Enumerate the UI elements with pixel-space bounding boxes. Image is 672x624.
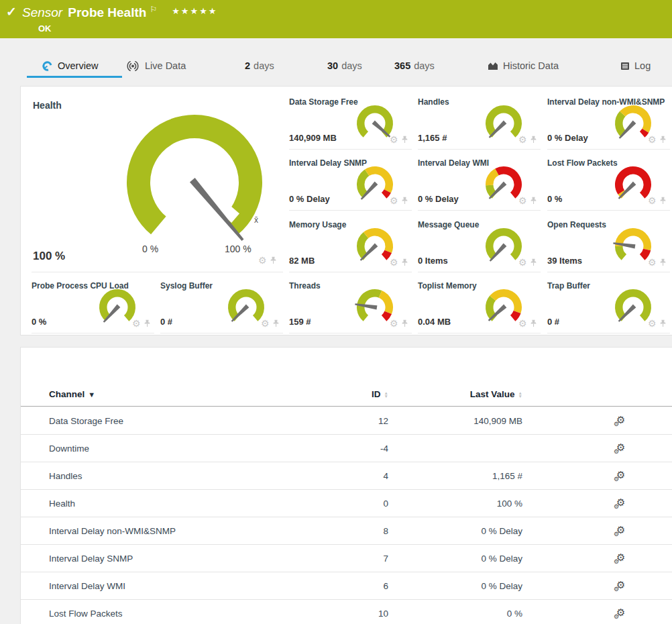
channels-table-panel: Channel▼ ID▲▼ Last Value▲▼ Data Storage … (20, 347, 672, 624)
channel-settings-icon[interactable]: ⚙⚙ (616, 497, 628, 509)
gauge-value: 140,909 MB (289, 133, 337, 143)
sensor-header: ✓ Sensor Probe Health ⚐ ★★★★★ OK (0, 0, 672, 38)
channel-id: 7 (281, 554, 388, 564)
gauge-value: 0 % Delay (547, 133, 588, 143)
pin-icon[interactable] (530, 319, 537, 328)
gauge-title: Threads (289, 281, 321, 291)
pin-icon[interactable] (401, 258, 408, 267)
channel-name[interactable]: Interval Delay non-WMI&SNMP (21, 526, 281, 536)
channel-name[interactable]: Handles (21, 471, 281, 481)
gauge-value: 0 % (32, 317, 46, 327)
table-row: Handles41,165 #⚙⚙ (21, 462, 672, 490)
tab-30-days[interactable]: 30days (327, 52, 362, 79)
object-kind: Sensor (22, 5, 62, 20)
gauge-cell: Interval Delay WMI0 % Delay⚙ (418, 156, 541, 211)
channel-name[interactable]: Health (21, 499, 281, 509)
column-header-id[interactable]: ID▲▼ (281, 389, 388, 399)
gauge-value: 82 MB (289, 256, 315, 266)
channel-name[interactable]: Data Storage Free (21, 416, 281, 426)
gear-icon[interactable]: ⚙ (518, 319, 527, 328)
tab-label: Overview (58, 60, 98, 71)
gauge-value: 0 % Delay (289, 194, 330, 204)
channel-settings-icon[interactable]: ⚙⚙ (616, 442, 628, 454)
page-title: Probe Health (68, 5, 146, 20)
gear-icon[interactable]: ⚙ (648, 319, 657, 328)
table-row: Lost Flow Packets100 %⚙⚙ (21, 600, 672, 624)
gauge-value: 0.04 MB (418, 317, 451, 327)
channel-id: 12 (281, 416, 388, 426)
channel-id: 8 (281, 526, 388, 536)
channel-settings-icon[interactable]: ⚙⚙ (616, 607, 628, 619)
channel-name[interactable]: Interval Delay SNMP (21, 554, 281, 564)
gear-icon[interactable]: ⚙ (390, 319, 398, 328)
pin-icon[interactable] (659, 136, 667, 144)
tab-2-days[interactable]: 2days (245, 52, 274, 79)
gauge-title: Health (33, 100, 62, 111)
pin-icon[interactable] (401, 319, 408, 328)
gauge-title: Handles (418, 97, 449, 107)
pin-icon[interactable] (530, 258, 537, 267)
gauge-cell: Data Storage Free140,909 MB⚙ (289, 95, 412, 150)
pin-icon[interactable] (659, 319, 667, 328)
gear-icon[interactable]: ⚙ (390, 258, 398, 267)
gear-icon[interactable]: ⚙ (390, 135, 398, 144)
gear-icon[interactable]: ⚙ (518, 258, 527, 267)
gear-icon[interactable]: ⚙ (258, 256, 267, 265)
priority-stars[interactable]: ★★★★★ (172, 6, 217, 16)
channel-settings-icon[interactable]: ⚙⚙ (616, 580, 628, 592)
column-header-last-value[interactable]: Last Value▲▼ (388, 389, 522, 399)
gauge-cell: Interval Delay SNMP0 % Delay⚙ (289, 156, 412, 211)
channel-last-value: 140,909 MB (388, 416, 522, 426)
tab-overview[interactable]: Overview (42, 52, 98, 79)
gauge-cell: Probe Process CPU Load0 %⚙ (32, 278, 154, 333)
pin-icon[interactable] (659, 197, 667, 205)
pin-icon[interactable] (401, 136, 408, 144)
channel-settings-icon[interactable]: ⚙⚙ (616, 552, 628, 564)
pin-icon[interactable] (270, 256, 277, 265)
gear-icon[interactable]: ⚙ (648, 135, 657, 144)
channel-name[interactable]: Downtime (21, 444, 281, 454)
pin-icon[interactable] (530, 136, 537, 144)
pin-icon[interactable] (144, 319, 151, 328)
gauge-cell-health: Health 0 % 100 % x̄ 100 % ⚙ (32, 95, 283, 272)
sort-icon: ▲▼ (518, 391, 522, 398)
pin-icon[interactable] (659, 258, 667, 267)
log-icon (620, 62, 630, 70)
tab-label: days (414, 60, 435, 71)
gear-icon[interactable]: ⚙ (518, 196, 527, 205)
column-header-channel[interactable]: Channel▼ (21, 389, 281, 399)
channel-settings-icon[interactable]: ⚙⚙ (616, 525, 628, 537)
channel-last-value: 0 % Delay (388, 554, 522, 564)
gauge-cell: Memory Usage82 MB⚙ (289, 217, 412, 272)
gauge-min-label: 0 % (142, 244, 158, 254)
table-row: Interval Delay SNMP70 % Delay⚙⚙ (21, 545, 672, 572)
tab-label: days (254, 60, 274, 71)
gear-icon[interactable]: ⚙ (132, 319, 141, 328)
status-check-icon: ✓ (6, 4, 17, 19)
gauge-value: 159 # (289, 317, 311, 327)
channel-name[interactable]: Interval Delay WMI (21, 581, 281, 591)
gear-icon[interactable]: ⚙ (648, 258, 657, 267)
channel-last-value: 1,165 # (388, 471, 522, 481)
pin-icon[interactable] (401, 197, 408, 205)
gear-icon[interactable]: ⚙ (648, 196, 657, 205)
pin-icon[interactable] (272, 319, 280, 328)
gauge-value: 0 Items (418, 256, 448, 266)
average-marker: x̄ (254, 215, 258, 225)
channel-settings-icon[interactable]: ⚙⚙ (616, 415, 628, 427)
channel-last-value: 0 % (388, 609, 522, 619)
gear-icon[interactable]: ⚙ (518, 135, 527, 144)
historic-icon (488, 61, 498, 70)
channel-name[interactable]: Lost Flow Packets (21, 609, 281, 619)
gauge-title: Syslog Buffer (160, 281, 213, 291)
pin-icon[interactable] (530, 197, 537, 205)
tab-live-data[interactable]: Live Data (125, 52, 186, 79)
tab-historic-data[interactable]: Historic Data (488, 52, 559, 79)
tab-365-days[interactable]: 365days (394, 52, 435, 79)
tab-log[interactable]: Log (620, 52, 651, 79)
channel-last-value: 0 % Delay (388, 581, 522, 591)
flag-icon[interactable]: ⚐ (150, 5, 157, 14)
channel-settings-icon[interactable]: ⚙⚙ (616, 470, 628, 482)
gear-icon[interactable]: ⚙ (261, 319, 270, 328)
gear-icon[interactable]: ⚙ (390, 196, 398, 205)
